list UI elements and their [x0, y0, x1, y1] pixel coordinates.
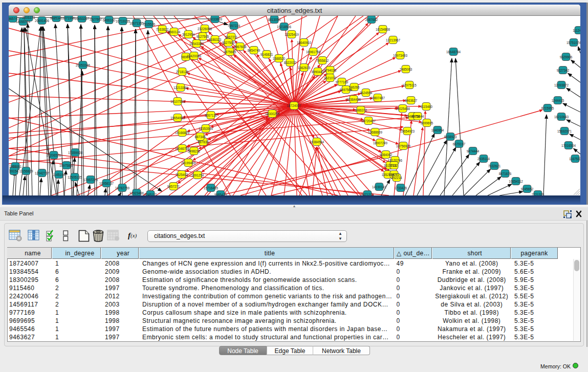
- svg-text:8215955: 8215955: [541, 106, 554, 110]
- svg-text:9146821: 9146821: [260, 53, 273, 56]
- svg-text:18907249: 18907249: [373, 141, 388, 145]
- svg-text:11325419: 11325419: [285, 33, 299, 36]
- svg-text:7625402: 7625402: [176, 173, 188, 177]
- svg-text:4475844: 4475844: [411, 115, 424, 118]
- svg-text:12213369: 12213369: [173, 86, 188, 90]
- svg-text:1955061: 1955061: [9, 165, 22, 168]
- svg-text:19384554: 19384554: [310, 140, 324, 144]
- svg-text:1071996: 1071996: [62, 16, 75, 20]
- svg-text:16210643: 16210643: [554, 115, 569, 119]
- svg-text:20199469: 20199469: [181, 161, 196, 165]
- svg-text:18724007: 18724007: [287, 104, 301, 107]
- svg-text:10688609: 10688609: [368, 130, 383, 134]
- svg-text:3875685: 3875685: [224, 50, 236, 54]
- svg-text:12093872: 12093872: [554, 83, 569, 87]
- svg-text:19218506: 19218506: [277, 25, 292, 29]
- svg-text:10975887: 10975887: [59, 164, 74, 167]
- svg-text:5132: 5132: [390, 164, 398, 167]
- svg-text:18300295: 18300295: [265, 112, 280, 116]
- svg-text:1733426: 1733426: [395, 186, 407, 190]
- svg-text:9474444: 9474444: [467, 149, 480, 153]
- svg-text:10807487: 10807487: [371, 96, 385, 100]
- svg-text:8990443: 8990443: [312, 70, 324, 74]
- svg-text:12975115: 12975115: [402, 83, 417, 87]
- svg-text:7357224: 7357224: [228, 24, 241, 28]
- svg-text:9245652: 9245652: [521, 187, 534, 191]
- svg-text:6699695: 6699695: [421, 121, 433, 125]
- svg-text:8471676: 8471676: [499, 172, 512, 176]
- svg-text:1167533: 1167533: [569, 157, 580, 161]
- svg-text:7632621: 7632621: [488, 164, 501, 168]
- svg-text:14055724: 14055724: [16, 20, 31, 24]
- svg-text:7163822: 7163822: [156, 28, 169, 31]
- svg-text:17016504: 17016504: [561, 144, 576, 147]
- svg-text:9463627: 9463627: [405, 99, 418, 102]
- svg-text:7515526: 7515526: [143, 23, 156, 26]
- svg-text:16961758: 16961758: [306, 50, 321, 54]
- svg-text:12505135: 12505135: [68, 176, 82, 179]
- svg-text:7721325: 7721325: [532, 193, 545, 196]
- svg-text:20691406: 20691406: [35, 19, 50, 23]
- svg-text:16154808: 16154808: [376, 28, 390, 31]
- svg-text:15716485: 15716485: [204, 186, 219, 190]
- svg-text:16543382: 16543382: [189, 42, 204, 46]
- svg-text:3624554: 3624554: [360, 91, 373, 95]
- svg-text:10654112: 10654112: [509, 180, 523, 183]
- svg-text:9777169: 9777169: [336, 80, 349, 84]
- svg-text:10719155: 10719155: [116, 19, 130, 23]
- svg-text:19166825: 19166825: [175, 131, 190, 135]
- svg-text:98901: 98901: [181, 55, 190, 59]
- svg-text:9327505: 9327505: [222, 41, 235, 45]
- svg-text:10107553: 10107553: [170, 100, 185, 103]
- svg-text:8471210: 8471210: [361, 193, 374, 196]
- svg-text:2867608: 2867608: [234, 45, 247, 49]
- svg-text:10025458: 10025458: [396, 107, 410, 111]
- svg-text:2935114: 2935114: [477, 157, 490, 161]
- svg-text:9985425: 9985425: [214, 193, 227, 196]
- svg-text:6497568: 6497568: [340, 88, 353, 92]
- svg-text:20053346: 20053346: [76, 63, 91, 67]
- svg-text:39154: 39154: [9, 169, 18, 173]
- svg-text:12213967: 12213967: [386, 38, 401, 42]
- svg-text:9084062: 9084062: [380, 153, 393, 157]
- svg-text:8813054: 8813054: [268, 18, 281, 21]
- svg-text:8454749: 8454749: [248, 49, 260, 52]
- svg-text:15751074: 15751074: [567, 41, 580, 45]
- svg-text:16033809: 16033809: [208, 17, 223, 21]
- svg-text:7485063: 7485063: [400, 68, 412, 71]
- svg-text:1244415: 1244415: [552, 99, 564, 102]
- svg-text:23226058: 23226058: [198, 27, 212, 31]
- svg-text:8660124: 8660124: [168, 30, 181, 34]
- svg-text:19654983: 19654983: [170, 116, 185, 120]
- svg-text:16648784: 16648784: [446, 50, 461, 54]
- svg-text:5498222: 5498222: [188, 149, 201, 153]
- svg-text:15720407: 15720407: [361, 119, 376, 123]
- svg-text:17359928: 17359928: [68, 151, 83, 155]
- svg-text:10958137: 10958137: [99, 182, 114, 185]
- svg-text:1112483: 1112483: [573, 29, 580, 32]
- svg-text:12942737: 12942737: [35, 171, 50, 175]
- svg-text:11156829: 11156829: [19, 169, 33, 173]
- svg-text:12923466: 12923466: [129, 191, 144, 195]
- svg-text:8938923: 8938923: [444, 135, 457, 139]
- svg-text:18120746: 18120746: [388, 159, 403, 162]
- svg-text:9457271: 9457271: [167, 185, 180, 188]
- svg-text:9115460: 9115460: [420, 105, 433, 108]
- svg-text:887345: 887345: [194, 135, 206, 139]
- svg-text:7955812: 7955812: [316, 59, 329, 62]
- svg-text:10756928: 10756928: [396, 144, 411, 148]
- svg-text:8322037: 8322037: [284, 61, 297, 64]
- svg-text:9329906: 9329906: [560, 55, 573, 59]
- svg-text:10653267: 10653267: [75, 17, 90, 20]
- svg-text:14190141: 14190141: [372, 185, 387, 189]
- svg-text:20206576: 20206576: [47, 154, 61, 157]
- svg-text:20364436: 20364436: [346, 98, 361, 101]
- svg-text:19654923: 19654923: [400, 129, 415, 133]
- svg-text:1588520: 1588520: [273, 57, 286, 60]
- svg-text:9885341: 9885341: [50, 16, 63, 20]
- svg-text:2005373: 2005373: [23, 16, 35, 19]
- svg-text:1691254: 1691254: [191, 173, 204, 177]
- svg-text:15692971: 15692971: [557, 129, 572, 133]
- svg-text:(x): (x): [130, 232, 137, 239]
- svg-text:16782759: 16782759: [115, 186, 130, 190]
